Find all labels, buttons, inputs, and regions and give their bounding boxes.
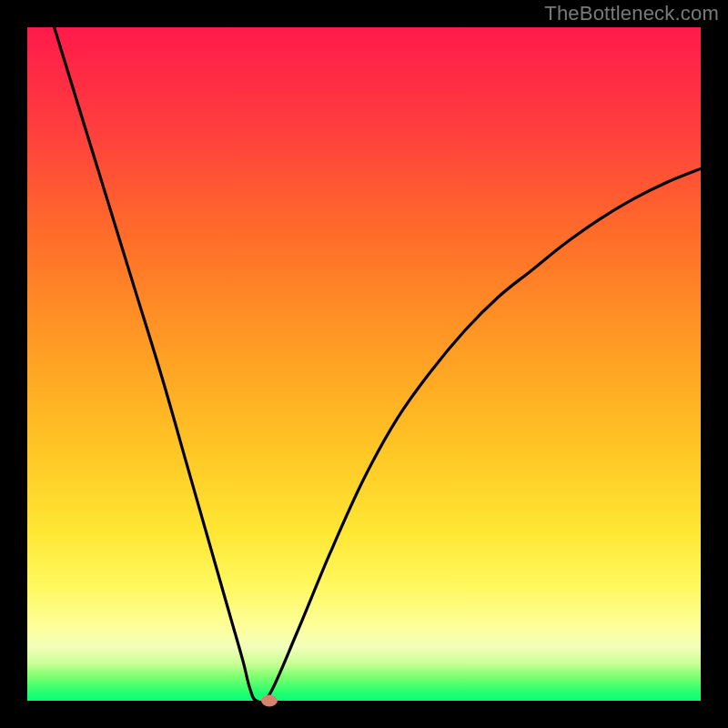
- watermark-text: TheBottleneck.com: [544, 2, 719, 25]
- plot-area: [27, 27, 701, 701]
- optimum-marker: [261, 695, 278, 707]
- chart-frame: TheBottleneck.com: [0, 0, 728, 728]
- bottleneck-curve: [27, 27, 701, 701]
